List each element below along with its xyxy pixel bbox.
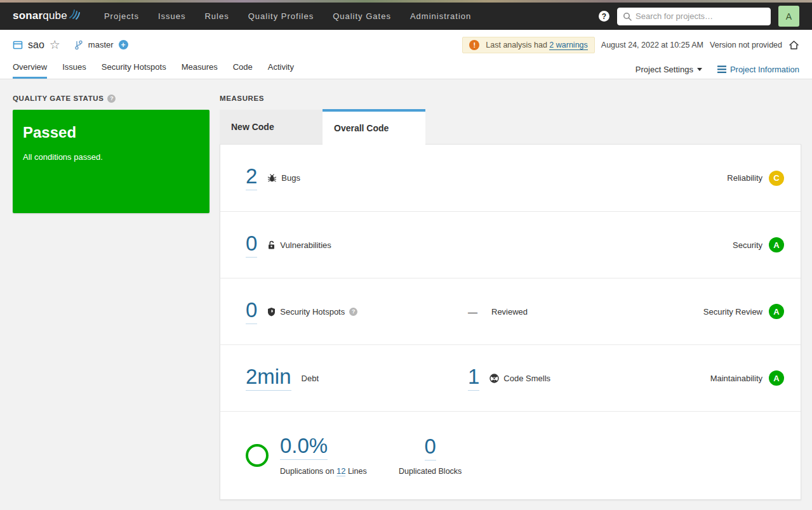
project-information-link[interactable]: Project Information [717, 65, 799, 74]
chevron-down-icon [697, 68, 702, 71]
nav-issues[interactable]: Issues [158, 11, 186, 21]
navbar-right: ? A [599, 6, 799, 27]
list-icon [717, 65, 726, 74]
vulnerabilities-label-group: Vulnerabilities [267, 240, 331, 250]
debt-value-link[interactable]: 2min [246, 366, 291, 391]
duplicated-lines-link[interactable]: 12 [336, 466, 345, 476]
security-review-group: Security Review A [703, 304, 784, 319]
security-review-rating-badge: A [769, 304, 784, 319]
project-actions: Project Settings Project Information [636, 65, 799, 79]
project-settings-dropdown[interactable]: Project Settings [636, 65, 702, 74]
code-smells-label-group: Code Smells [489, 374, 550, 383]
sonarqube-logo[interactable]: sonarqube [13, 10, 81, 23]
home-icon[interactable] [789, 40, 799, 50]
project-icon [13, 40, 23, 50]
code-smell-icon [489, 374, 499, 383]
measures-tabs: New Code Overall Code [220, 110, 801, 145]
tab-new-code[interactable]: New Code [220, 110, 323, 145]
nav-quality-profiles[interactable]: Quality Profiles [248, 11, 314, 21]
project-tabs-row: Overview Issues Security Hotspots Measur… [13, 60, 799, 79]
tab-issues[interactable]: Issues [62, 62, 86, 79]
reviewed-group: — Reviewed [468, 306, 528, 317]
tab-overview[interactable]: Overview [13, 62, 47, 79]
analysis-warning: ! Last analysis had 2 warnings [462, 37, 595, 53]
security-hotspots-label-group: Security Hotspots ? [267, 307, 357, 317]
measure-row-vulnerabilities: 0 Vulnerabilities Security A [220, 211, 801, 278]
security-hotspots-help-icon[interactable]: ? [349, 308, 357, 316]
bugs-label: Bugs [281, 173, 300, 183]
bugs-count-link[interactable]: 2 [246, 166, 257, 190]
wave-icon [69, 8, 81, 23]
duplications-percent-link[interactable]: 0.0% [280, 435, 328, 460]
search-input[interactable] [636, 11, 765, 21]
logo-text: sonarqube [13, 10, 67, 22]
duplicated-blocks-count-link[interactable]: 0 [425, 436, 436, 461]
maintainability-rating-badge: A [769, 370, 784, 386]
branch-selector: master + [74, 40, 128, 50]
tab-measures[interactable]: Measures [182, 62, 218, 79]
search-box [617, 8, 771, 25]
top-navbar: sonarqube Projects Issues Rules Quality … [0, 3, 812, 30]
quality-gate-heading: QUALITY GATE STATUS [13, 95, 103, 102]
measure-row-security-hotspots: 0 Security Hotspots ? — Reviewed [220, 278, 801, 344]
project-name: sao [28, 39, 44, 51]
nav-projects[interactable]: Projects [104, 11, 139, 21]
vulnerabilities-count-link[interactable]: 0 [246, 233, 257, 258]
measures-heading: MEASURES [220, 95, 264, 102]
search-icon [623, 12, 632, 21]
duplications-sublabel: Duplications on 12 Lines [280, 466, 367, 476]
help-icon[interactable]: ? [599, 11, 609, 22]
duplications-col: 0.0% Duplications on 12 Lines [280, 435, 367, 476]
analysis-date: August 24, 2022 at 10:25 AM [601, 41, 703, 49]
maintainability-label: Maintainability [710, 374, 762, 383]
project-title-row: sao ☆ master + ! Last analysis had 2 war… [13, 30, 799, 60]
tab-activity[interactable]: Activity [268, 62, 294, 79]
reliability-rating-badge: C [769, 171, 784, 186]
quality-gate-section: QUALITY GATE STATUS ? Passed All conditi… [13, 88, 210, 500]
measures-card: 2 Bugs Reliability C [220, 144, 801, 500]
shield-icon [267, 307, 276, 317]
security-group: Security A [733, 237, 784, 252]
code-smells-count-link[interactable]: 1 [468, 366, 479, 391]
measure-row-maintainability: 2min Debt 1 [220, 344, 801, 411]
debt-label: Debt [302, 374, 319, 383]
main-nav: Projects Issues Rules Quality Profiles Q… [104, 11, 471, 21]
vulnerabilities-label: Vulnerabilities [280, 240, 331, 250]
code-smells-group: 1 Code Smells [468, 366, 550, 391]
favorite-star-icon[interactable]: ☆ [50, 39, 60, 51]
page-content: QUALITY GATE STATUS ? Passed All conditi… [0, 79, 812, 500]
branch-name: master [88, 40, 114, 49]
quality-gate-help-icon[interactable]: ? [107, 95, 116, 103]
tab-code[interactable]: Code [233, 62, 253, 79]
duplicated-blocks-label: Duplicated Blocks [399, 467, 462, 476]
warning-text: Last analysis had 2 warnings [486, 41, 588, 49]
duplication-ring-icon [246, 444, 269, 467]
open-lock-icon [267, 240, 276, 250]
security-hotspots-count-link[interactable]: 0 [246, 299, 257, 324]
user-avatar[interactable]: A [778, 6, 799, 27]
security-review-label: Security Review [703, 307, 762, 317]
project-tabs: Overview Issues Security Hotspots Measur… [13, 62, 294, 79]
warnings-link[interactable]: 2 warnings [549, 41, 587, 50]
measure-row-bugs: 2 Bugs Reliability C [220, 145, 801, 211]
nav-administration[interactable]: Administration [410, 11, 471, 21]
debt-label-group: Debt [302, 374, 319, 383]
reliability-group: Reliability C [727, 171, 784, 186]
quality-gate-status-box: Passed All conditions passed. [13, 110, 210, 213]
add-branch-icon[interactable]: + [119, 40, 128, 49]
tab-overall-code[interactable]: Overall Code [323, 109, 425, 145]
quality-gate-heading-row: QUALITY GATE STATUS ? [13, 93, 210, 103]
measure-row-duplications: 0.0% Duplications on 12 Lines 0 Duplicat… [220, 411, 801, 499]
maintainability-group: Maintainability A [710, 370, 784, 386]
nav-rules[interactable]: Rules [204, 11, 229, 21]
version-label: Version not provided [710, 41, 782, 49]
measures-heading-row: MEASURES [220, 93, 801, 103]
branch-icon [74, 40, 83, 50]
measures-section: MEASURES New Code Overall Code 2 [220, 88, 801, 500]
reviewed-dash: — [468, 306, 477, 317]
warning-icon: ! [469, 40, 479, 50]
tab-security-hotspots[interactable]: Security Hotspots [102, 62, 166, 79]
nav-quality-gates[interactable]: Quality Gates [333, 11, 391, 21]
duplications-group: 0.0% Duplications on 12 Lines [246, 435, 367, 476]
reviewed-label: Reviewed [491, 307, 528, 317]
